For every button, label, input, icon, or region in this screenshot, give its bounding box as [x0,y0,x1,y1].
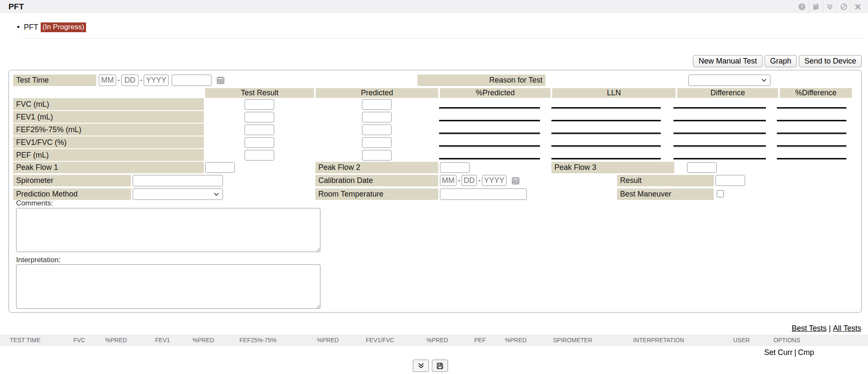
test-time-day-input[interactable] [121,75,139,86]
fev1fvc-test-result-input[interactable] [245,137,274,148]
col-header-predicted: Predicted [316,88,438,98]
result-input[interactable] [715,175,745,186]
fvc-difference-field [673,106,766,108]
row-label-fef2575: FEF25%-75% (mL) [13,124,204,136]
fev1-lln-field [551,119,661,121]
save-icon [436,362,444,370]
new-manual-test-button[interactable]: New Manual Test [693,55,762,67]
results-col-pred-1: %PRED [105,335,127,346]
close-icon[interactable] [851,0,865,13]
fef2575-difference-field [673,131,766,134]
breadcrumb-label[interactable]: PFT [24,23,38,32]
results-col-fev1: FEV1 [155,335,170,346]
breadcrumb: • PFT (In Progress) [17,22,86,32]
titlebar-icons: ? [795,0,865,13]
test-time-month-input[interactable] [99,75,116,86]
interpretation-textarea[interactable] [16,264,320,309]
graph-button[interactable]: Graph [765,55,797,67]
comments-textarea[interactable] [16,208,320,252]
best-maneuver-checkbox[interactable] [717,190,724,197]
fvc-predicted-input[interactable] [362,99,392,110]
test-time-year-input[interactable] [144,75,169,86]
row-label-pef: PEF (mL) [13,149,204,161]
calendar-icon[interactable] [511,176,520,185]
peak-flow-3-input[interactable] [687,162,717,173]
reason-for-test-label: Reason for Test [417,75,545,86]
results-col-pred-4: %PRED [426,335,448,346]
room-temperature-label: Room Temperature [315,188,438,200]
calibration-day-input[interactable] [462,175,477,186]
row-label-fev1: FEV1 (mL) [13,111,204,123]
pef-test-result-input[interactable] [245,150,274,161]
best-tests-link[interactable]: Best Tests [792,324,827,332]
spirometer-label: Spirometer [13,175,131,186]
reason-for-test-select[interactable] [688,75,771,86]
pef-percent-difference-field [777,157,846,159]
prediction-method-select[interactable] [133,188,223,200]
results-col-fvc: FVC [73,335,85,346]
results-col-pef: PEF [474,335,486,346]
peak-flow-2-label: Peak Flow 2 [315,162,438,173]
results-view-links: Best Tests|All Tests [792,324,861,333]
window-titlebar: PFT ? [0,0,868,13]
collapse-chevrons-icon[interactable] [823,0,837,13]
fev1-predicted-input[interactable] [362,112,392,122]
options-divider: | [794,348,796,357]
test-time-time-input[interactable] [172,75,211,86]
send-to-device-button[interactable]: Send to Device [799,55,862,67]
fef2575-predicted-input[interactable] [362,125,392,135]
results-col-spirometer: SPIROMETER [553,335,593,346]
col-header-percent-difference: %Difference [780,88,852,98]
fev1fvc-percent-predicted-field [439,144,540,147]
page-title: PFT [0,2,24,11]
results-col-pred-3: %PRED [317,335,339,346]
link-divider: | [829,324,831,332]
calibration-date-label: Calibration Date [315,175,438,186]
peak-flow-1-input[interactable] [205,162,235,173]
fev1-test-result-input[interactable] [245,112,274,122]
fev1-difference-field [673,119,766,121]
prediction-method-label: Prediction Method [13,188,131,200]
fvc-lln-field [551,106,661,108]
peak-flow-2-input[interactable] [440,162,470,173]
save-button[interactable] [432,360,448,372]
all-tests-link[interactable]: All Tests [833,324,861,332]
fvc-test-result-input[interactable] [245,99,274,110]
help-icon[interactable]: ? [795,0,809,13]
expand-section-button[interactable] [413,360,429,372]
row-label-fvc: FVC (mL) [13,98,204,110]
results-table-header: TEST TIME FVC %PRED FEV1 %PRED FEF25%-75… [0,335,868,346]
interpretation-label: Interpretation: [16,256,61,264]
svg-text:?: ? [800,4,803,9]
fef2575-percent-difference-field [777,131,846,134]
date-separator: - [458,176,460,185]
pef-difference-field [673,157,766,159]
set-curr-link[interactable]: Set Curr [764,348,793,357]
pft-entry-panel: Test Time - - Reason for Test Test Resul… [8,70,862,313]
date-separator: - [117,76,120,85]
room-temperature-input[interactable] [440,188,527,200]
fef2575-test-result-input[interactable] [245,125,274,135]
pef-lln-field [551,157,661,159]
results-col-fef2575: FEF25%-75% [239,335,276,346]
calibration-month-input[interactable] [440,175,456,186]
col-header-percent-predicted: %Predicted [440,88,551,98]
fev1fvc-lln-field [551,144,661,147]
calibration-year-input[interactable] [482,175,506,186]
book-icon[interactable] [809,0,823,13]
results-col-pred-5: %PRED [505,335,526,346]
calibration-date-group: - - [440,175,520,186]
fev1-percent-predicted-field [439,119,540,121]
pef-predicted-input[interactable] [362,150,392,161]
spirometer-input[interactable] [133,175,223,186]
results-col-fev1fvc: FEV1/FVC [366,335,394,346]
fev1fvc-predicted-input[interactable] [362,137,392,148]
fvc-percent-difference-field [777,106,846,108]
disable-icon[interactable] [837,0,851,13]
calendar-icon[interactable] [216,76,225,85]
date-separator: - [140,76,142,85]
fef2575-percent-predicted-field [439,131,540,134]
col-header-lln: LLN [552,88,676,98]
test-time-date-group: - - [99,75,225,86]
cmp-link[interactable]: Cmp [798,348,814,357]
